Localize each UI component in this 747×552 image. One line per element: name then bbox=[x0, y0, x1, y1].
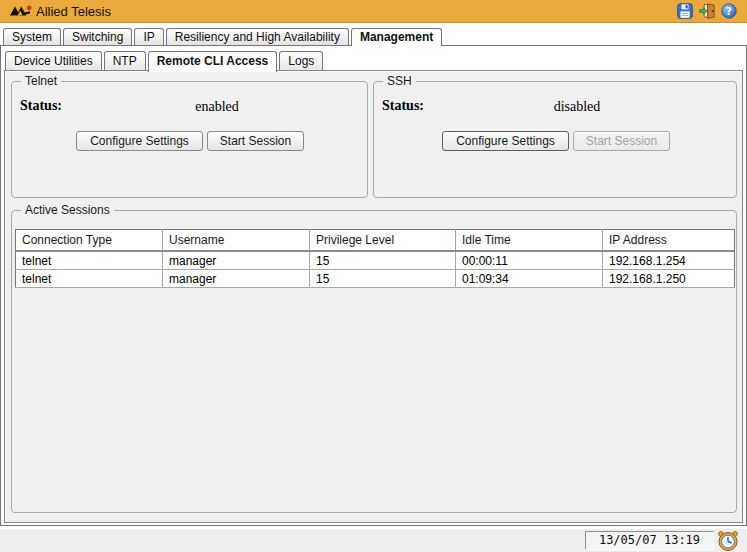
cell-username: manager bbox=[163, 270, 310, 288]
cell-idle-time: 00:00:11 bbox=[456, 251, 603, 270]
save-icon[interactable] bbox=[677, 3, 693, 19]
management-panel: Device Utilities NTP Remote CLI Access L… bbox=[0, 45, 747, 526]
ssh-groupbox: SSH Status: disabled Configure Settings … bbox=[373, 81, 737, 198]
column-header-ip-address: IP Address bbox=[603, 230, 735, 252]
tab-remote-cli-access[interactable]: Remote CLI Access bbox=[148, 51, 278, 72]
column-header-username: Username bbox=[163, 230, 310, 252]
tab-device-utilities[interactable]: Device Utilities bbox=[5, 51, 102, 70]
column-header-connection-type: Connection Type bbox=[16, 230, 163, 252]
table-row[interactable]: telnet manager 15 00:00:11 192.168.1.254 bbox=[16, 251, 735, 270]
titlebar: Allied Telesis bbox=[0, 0, 747, 23]
titlebar-actions: ? bbox=[677, 3, 737, 19]
tab-switching[interactable]: Switching bbox=[63, 28, 132, 45]
logout-icon[interactable] bbox=[699, 3, 715, 19]
sub-tab-bar: Device Utilities NTP Remote CLI Access L… bbox=[5, 51, 325, 72]
cell-idle-time: 01:09:34 bbox=[456, 270, 603, 288]
telnet-groupbox: Telnet Status: enabled Configure Setting… bbox=[11, 81, 368, 198]
cell-privilege-level: 15 bbox=[310, 270, 456, 288]
telnet-status-label: Status: bbox=[20, 98, 62, 114]
ssh-status-label: Status: bbox=[382, 98, 424, 114]
column-header-idle-time: Idle Time bbox=[456, 230, 603, 252]
tab-management[interactable]: Management bbox=[351, 28, 442, 46]
datetime-display: 13/05/07 13:19 bbox=[585, 531, 714, 550]
cell-ip-address: 192.168.1.250 bbox=[603, 270, 735, 288]
telnet-legend: Telnet bbox=[21, 74, 61, 89]
column-header-privilege-level: Privilege Level bbox=[310, 230, 456, 252]
cell-connection-type: telnet bbox=[16, 270, 163, 288]
active-sessions-groupbox: Active Sessions Connection Type Username… bbox=[11, 210, 737, 513]
app-window: Allied Telesis bbox=[0, 0, 747, 552]
statusbar: 13/05/07 13:19 bbox=[0, 528, 747, 552]
ssh-start-session-button: Start Session bbox=[573, 131, 670, 151]
telnet-status-value: enabled bbox=[152, 99, 282, 115]
active-sessions-table: Connection Type Username Privilege Level… bbox=[15, 229, 735, 288]
ssh-configure-settings-button[interactable]: Configure Settings bbox=[442, 131, 569, 151]
telnet-configure-settings-button[interactable]: Configure Settings bbox=[76, 131, 203, 151]
ssh-legend: SSH bbox=[383, 74, 416, 89]
table-row[interactable]: telnet manager 15 01:09:34 192.168.1.250 bbox=[16, 270, 735, 288]
help-icon[interactable]: ? bbox=[721, 3, 737, 19]
tab-ntp[interactable]: NTP bbox=[104, 51, 146, 70]
cell-username: manager bbox=[163, 251, 310, 270]
svg-text:?: ? bbox=[726, 6, 732, 17]
tab-ip[interactable]: IP bbox=[134, 28, 163, 45]
main-tab-bar: System Switching IP Resiliency and High … bbox=[3, 28, 444, 46]
table-header-row: Connection Type Username Privilege Level… bbox=[16, 230, 735, 252]
tab-resiliency-and-high-availability[interactable]: Resiliency and High Availability bbox=[166, 28, 349, 45]
tab-logs[interactable]: Logs bbox=[279, 51, 323, 70]
active-sessions-legend: Active Sessions bbox=[21, 203, 114, 218]
telnet-buttons: Configure Settings Start Session bbox=[76, 131, 304, 151]
clock-icon[interactable] bbox=[716, 529, 740, 552]
ssh-status-value: disabled bbox=[507, 99, 647, 115]
cell-connection-type: telnet bbox=[16, 251, 163, 270]
allied-telesis-logo-icon bbox=[9, 4, 33, 18]
remote-cli-access-panel: Telnet Status: enabled Configure Setting… bbox=[4, 70, 743, 523]
tab-system[interactable]: System bbox=[3, 28, 61, 45]
cell-ip-address: 192.168.1.254 bbox=[603, 251, 735, 270]
telnet-start-session-button[interactable]: Start Session bbox=[207, 131, 304, 151]
ssh-buttons: Configure Settings Start Session bbox=[442, 131, 670, 151]
app-title: Allied Telesis bbox=[36, 4, 111, 19]
cell-privilege-level: 15 bbox=[310, 251, 456, 270]
